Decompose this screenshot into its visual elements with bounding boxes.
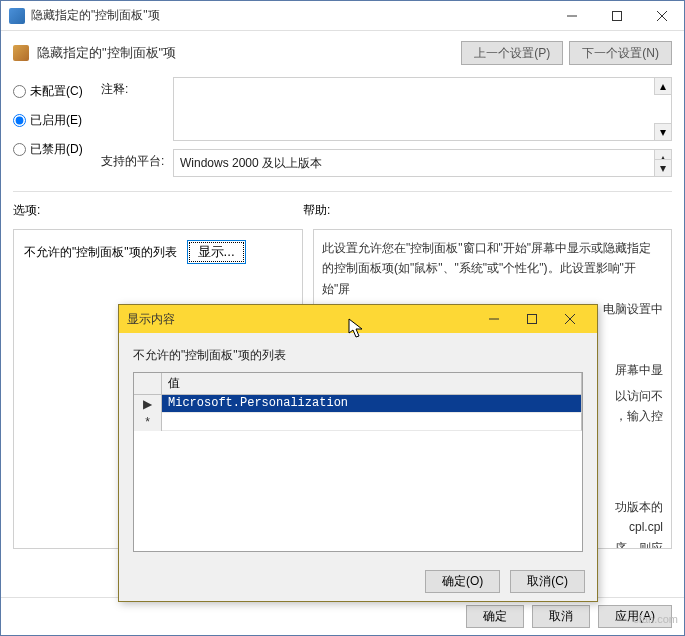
cancel-button[interactable]: 取消 (532, 605, 590, 628)
prev-setting-button[interactable]: 上一个设置(P) (461, 41, 563, 65)
radio-not-configured-input[interactable] (13, 85, 26, 98)
dialog-close-button[interactable] (551, 305, 589, 333)
dialog-footer: 确定(O) 取消(C) (119, 561, 597, 601)
options-label: 选项: (13, 202, 303, 219)
state-radio-group: 未配置(C) 已启用(E) 已禁用(D) (13, 77, 101, 158)
show-contents-dialog: 显示内容 不允许的"控制面板"项的列表 值 ▶ Microsoft.Person… (118, 304, 598, 602)
radio-disabled-label: 已禁用(D) (30, 141, 83, 158)
next-setting-button[interactable]: 下一个设置(N) (569, 41, 672, 65)
dialog-title: 显示内容 (127, 311, 175, 328)
grid-cell[interactable]: Microsoft.Personalization (162, 395, 582, 413)
titlebar: 隐藏指定的"控制面板"项 (1, 1, 684, 31)
grid-cell[interactable] (162, 413, 582, 431)
radio-not-configured[interactable]: 未配置(C) (13, 83, 101, 100)
policy-name: 隐藏指定的"控制面板"项 (37, 44, 455, 62)
row-marker-icon: * (134, 413, 162, 431)
scroll-up-icon[interactable]: ▴ (654, 78, 671, 95)
row-marker-icon: ▶ (134, 395, 162, 413)
app-icon (9, 8, 25, 24)
watermark: cfan.com (633, 613, 678, 625)
grid-column-header[interactable]: 值 (162, 373, 582, 394)
dialog-minimize-button[interactable] (475, 305, 513, 333)
help-label: 帮助: (303, 202, 672, 219)
show-button[interactable]: 显示... (187, 240, 246, 264)
comment-label: 注释: (101, 77, 173, 98)
radio-disabled[interactable]: 已禁用(D) (13, 141, 101, 158)
grid-row[interactable]: ▶ Microsoft.Personalization (134, 395, 582, 413)
platform-value: Windows 2000 及以上版本 (180, 155, 322, 172)
ok-button[interactable]: 确定 (466, 605, 524, 628)
dialog-ok-button[interactable]: 确定(O) (425, 570, 500, 593)
platform-label: 支持的平台: (101, 149, 173, 170)
svg-rect-5 (528, 315, 537, 324)
dialog-titlebar: 显示内容 (119, 305, 597, 333)
dialog-cancel-button[interactable]: 取消(C) (510, 570, 585, 593)
help-text: 此设置允许您在"控制面板"窗口和"开始"屏幕中显示或隐藏指定的控制面板项(如"鼠… (322, 238, 663, 299)
grid-row[interactable]: * (134, 413, 582, 431)
grid-marker-header (134, 373, 162, 394)
radio-enabled[interactable]: 已启用(E) (13, 112, 101, 129)
options-list-label: 不允许的"控制面板"项的列表 (24, 244, 177, 261)
radio-enabled-label: 已启用(E) (30, 112, 82, 129)
svg-rect-1 (612, 11, 621, 20)
divider (13, 191, 672, 192)
maximize-button[interactable] (594, 1, 639, 31)
radio-enabled-input[interactable] (13, 114, 26, 127)
radio-not-configured-label: 未配置(C) (30, 83, 83, 100)
values-grid[interactable]: 值 ▶ Microsoft.Personalization * (133, 372, 583, 552)
scroll-down-icon[interactable]: ▾ (654, 123, 671, 140)
policy-icon (13, 45, 29, 61)
close-button[interactable] (639, 1, 684, 31)
radio-disabled-input[interactable] (13, 143, 26, 156)
bottom-button-bar: 确定 取消 应用(A) (1, 597, 684, 635)
window-title: 隐藏指定的"控制面板"项 (31, 7, 549, 24)
minimize-button[interactable] (549, 1, 594, 31)
scroll-down-icon[interactable]: ▾ (654, 159, 671, 176)
platform-field: Windows 2000 及以上版本 ▴ ▾ (173, 149, 672, 177)
window-controls (549, 1, 684, 31)
header-row: 隐藏指定的"控制面板"项 上一个设置(P) 下一个设置(N) (1, 31, 684, 71)
comment-textarea[interactable]: ▴ ▾ (173, 77, 672, 141)
dialog-list-label: 不允许的"控制面板"项的列表 (133, 347, 583, 364)
dialog-maximize-button[interactable] (513, 305, 551, 333)
